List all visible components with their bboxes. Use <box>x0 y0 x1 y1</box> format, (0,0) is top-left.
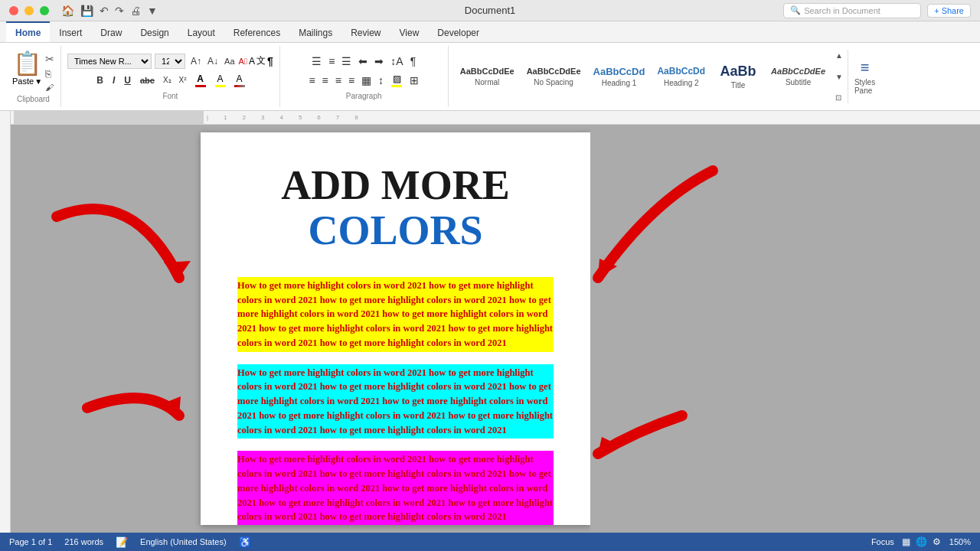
style-subtitle[interactable]: AaBbCcDdEe Subtitle <box>766 63 831 90</box>
font-family-select[interactable]: Times New R... <box>67 54 152 69</box>
close-button[interactable] <box>9 6 18 15</box>
minimize-button[interactable] <box>24 6 34 15</box>
tab-home[interactable]: Home <box>6 21 50 42</box>
page-info[interactable]: Page 1 of 1 <box>9 537 52 546</box>
tab-references[interactable]: References <box>224 21 289 42</box>
font-color-button[interactable]: A <box>192 72 209 89</box>
align-right-button[interactable]: ≡ <box>333 73 344 88</box>
focus-button[interactable]: Focus <box>871 537 894 546</box>
bullets-button[interactable]: ☰ <box>309 54 324 69</box>
right-arrows-svg <box>590 125 766 533</box>
numbering-button[interactable]: ≡ <box>326 54 337 69</box>
phonetic-guide-button[interactable]: 文 <box>256 54 266 67</box>
copy-icon[interactable]: ⎘ <box>45 68 54 80</box>
paragraph-group: ☰ ≡ ☰ ⬅ ➡ ↕A ¶ ≡ ≡ ≡ ≡ ▦ ↕ ▨ ⊞ Paragraph <box>280 46 449 107</box>
show-formatting-button[interactable]: ¶ <box>408 54 419 69</box>
style-no-spacing[interactable]: AaBbCcDdEe No Spacing <box>521 63 586 90</box>
print-layout-view-icon[interactable]: ▦ <box>900 536 913 548</box>
sort-button[interactable]: ↕A <box>388 54 405 69</box>
underline-button[interactable]: U <box>121 73 134 87</box>
tab-design[interactable]: Design <box>131 21 178 42</box>
align-left-button[interactable]: ≡ <box>306 73 317 88</box>
tab-review[interactable]: Review <box>341 21 390 42</box>
proofing-icon[interactable]: 📝 <box>116 536 128 548</box>
title-blue-part: COLORS <box>308 207 482 253</box>
paragraph-mark-button[interactable]: ¶ <box>267 54 273 67</box>
style-heading1-preview: AaBbCcDd <box>593 66 645 78</box>
word-count[interactable]: 216 words <box>64 537 103 546</box>
accessibility-icon[interactable]: ♿ <box>239 536 251 548</box>
style-no-spacing-label: No Spacing <box>534 78 573 86</box>
tab-draw[interactable]: Draw <box>91 21 131 42</box>
horizontal-ruler: |12345678 <box>11 111 980 125</box>
tab-insert[interactable]: Insert <box>50 21 91 42</box>
paste-button[interactable]: 📋 Paste ▼ <box>12 50 42 86</box>
increase-font-button[interactable]: A↑ <box>188 54 204 67</box>
document-title: Document1 <box>465 5 515 16</box>
superscript-button[interactable]: X² <box>177 74 189 86</box>
paragraph-cyan[interactable]: How to get more highlight colors in word… <box>237 364 554 439</box>
settings-icon[interactable]: ⚙ <box>931 536 943 548</box>
print-icon[interactable]: 🖨 <box>130 5 141 17</box>
italic-button[interactable]: I <box>109 73 118 87</box>
svg-marker-2 <box>598 259 617 278</box>
paste-dropdown-icon[interactable]: ▼ <box>34 77 42 86</box>
clear-all-formatting-button[interactable]: A <box>232 72 247 89</box>
paragraph-yellow[interactable]: How to get more highlight colors in word… <box>237 277 554 352</box>
search-in-document[interactable]: 🔍 Search in Document <box>783 3 921 18</box>
decrease-font-button[interactable]: A↓ <box>205 54 220 67</box>
paste-label: Paste <box>12 77 34 86</box>
clear-format-button[interactable]: A⃠ <box>239 54 247 67</box>
save-icon[interactable]: 💾 <box>80 5 93 17</box>
status-bar-right: Focus ▦ 🌐 ⚙ 150% <box>871 536 971 548</box>
shading-button[interactable]: ▨ <box>388 72 405 89</box>
styles-group: AaBbCcDdEe Normal AaBbCcDdEe No Spacing … <box>449 46 886 107</box>
paragraph-yellow-text: How to get more highlight colors in word… <box>237 280 553 348</box>
subscript-button[interactable]: X₂ <box>161 74 174 86</box>
style-heading2[interactable]: AaBbCcDd Heading 2 <box>652 62 710 90</box>
document-page[interactable]: ADD MORE COLORS How to get more highligh… <box>201 132 590 525</box>
maximize-button[interactable] <box>40 6 49 15</box>
line-spacing-button[interactable]: ↕ <box>376 73 386 88</box>
paragraph-magenta[interactable]: How to get more highlight colors in word… <box>237 451 554 525</box>
share-button[interactable]: + Share <box>927 4 971 18</box>
font-size-select[interactable]: 12 <box>155 54 185 69</box>
text-effects-button[interactable]: A <box>249 54 255 67</box>
title-bar-right: 🔍 Search in Document + Share <box>783 3 971 18</box>
styles-scroll-down-button[interactable]: ▼ <box>834 71 844 83</box>
justify-button[interactable]: ≡ <box>346 73 357 88</box>
borders-button[interactable]: ⊞ <box>407 73 421 88</box>
style-normal[interactable]: AaBbCcDdEe Normal <box>455 63 520 90</box>
styles-pane-button[interactable]: ≡ StylesPane <box>848 50 880 103</box>
web-view-icon[interactable]: 🌐 <box>916 536 928 548</box>
highlight-color-button[interactable]: A <box>212 72 229 89</box>
window-controls: 🏠 💾 ↶ ↷ 🖨 ▼ <box>9 5 158 17</box>
customize-icon[interactable]: ▼ <box>147 5 158 17</box>
strikethrough-button[interactable]: abc <box>137 74 158 86</box>
undo-icon[interactable]: ↶ <box>100 5 109 17</box>
home-icon[interactable]: 🏠 <box>61 5 74 17</box>
paragraph-label: Paragraph <box>346 92 382 100</box>
paragraph-magenta-text: How to get more highlight colors in word… <box>237 454 553 522</box>
tab-view[interactable]: View <box>390 21 429 42</box>
styles-scroll-up-button[interactable]: ▲ <box>834 50 844 61</box>
increase-indent-button[interactable]: ➡ <box>372 54 386 69</box>
change-case-button[interactable]: Aa <box>222 54 237 67</box>
ribbon-toolbar: 📋 Paste ▼ ✂ ⎘ 🖌 Clipboard Times New R...… <box>0 43 980 111</box>
redo-icon[interactable]: ↷ <box>115 5 124 17</box>
columns-button[interactable]: ▦ <box>359 73 374 88</box>
styles-more-button[interactable]: ⊡ <box>834 92 844 103</box>
multilevel-list-button[interactable]: ☰ <box>339 54 354 69</box>
bold-button[interactable]: B <box>93 73 106 87</box>
tab-developer[interactable]: Developer <box>428 21 488 42</box>
tab-mailings[interactable]: Mailings <box>289 21 341 42</box>
title-bar: 🏠 💾 ↶ ↷ 🖨 ▼ Document1 🔍 Search in Docume… <box>0 0 980 21</box>
decrease-indent-button[interactable]: ⬅ <box>356 54 370 69</box>
style-heading1[interactable]: AaBbCcDd Heading 1 <box>588 62 651 92</box>
format-painter-icon[interactable]: 🖌 <box>45 83 54 92</box>
style-title[interactable]: AaBb Title <box>712 60 764 94</box>
align-center-button[interactable]: ≡ <box>320 73 331 88</box>
cut-icon[interactable]: ✂ <box>45 53 54 65</box>
language[interactable]: English (United States) <box>140 537 227 546</box>
tab-layout[interactable]: Layout <box>178 21 224 42</box>
